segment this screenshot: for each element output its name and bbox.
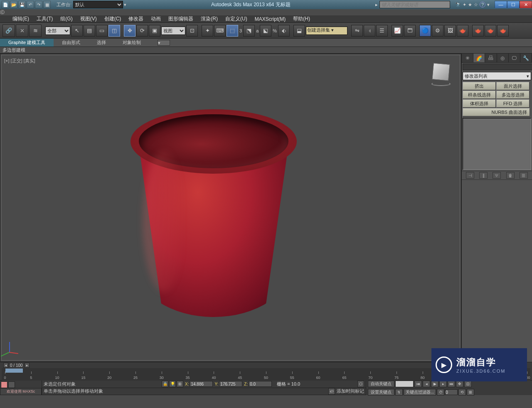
close-button[interactable]: ✕: [520, 1, 532, 8]
mod-volume-button[interactable]: 体积选择: [463, 99, 496, 108]
menu-animation[interactable]: 动画: [151, 15, 161, 22]
key-filter-button[interactable]: 关键点过滤器...: [404, 389, 436, 396]
ribbon-expand-icon[interactable]: ▾: [158, 40, 170, 46]
goto-start-icon[interactable]: ⏮: [414, 381, 422, 387]
mod-extrude-button[interactable]: 挤出: [463, 82, 496, 90]
viewcube-cube-icon[interactable]: [432, 63, 450, 81]
viewcube[interactable]: [431, 64, 451, 84]
key-mode-icon[interactable]: ↯: [395, 389, 403, 396]
snap-2d-icon[interactable]: ⬚: [227, 25, 238, 37]
play-icon[interactable]: ▶: [431, 381, 438, 387]
layers-icon[interactable]: ☰: [376, 25, 388, 37]
add-time-marker[interactable]: 添加时间标记: [337, 388, 364, 394]
set-key-button[interactable]: 设置关键点: [368, 389, 394, 396]
script-rec-icon[interactable]: [1, 381, 7, 388]
render-icon[interactable]: 🫖: [457, 25, 468, 37]
script-listener[interactable]: 欢迎使用 MAXSc: [0, 388, 42, 395]
menu-customize[interactable]: 自定义(U): [225, 15, 247, 22]
coord-x-input[interactable]: [190, 381, 213, 387]
time-slider[interactable]: [5, 368, 23, 373]
object-name-input[interactable]: [463, 64, 532, 70]
tab-display-icon[interactable]: 🖵: [509, 54, 520, 62]
render-setup-icon[interactable]: ⚙: [432, 25, 443, 37]
app-menu-icon[interactable]: Ⓒ: [0, 9, 532, 15]
community-icon[interactable]: ✦: [463, 2, 466, 7]
teapot1-icon[interactable]: 🫖: [472, 25, 484, 37]
bind-icon[interactable]: ≋: [29, 25, 42, 37]
tab-hierarchy-icon[interactable]: 品: [485, 54, 497, 62]
keyboard-icon[interactable]: ⌨: [214, 25, 226, 37]
menu-graph[interactable]: 图形编辑器: [168, 15, 193, 22]
ribbon-tab-graphite[interactable]: Graphite 建模工具: [0, 39, 54, 47]
mod-spline-button[interactable]: 样条线选择: [463, 91, 496, 99]
dropdown-icon[interactable]: ▾: [487, 2, 490, 7]
nav4-icon[interactable]: ⊞: [467, 389, 474, 396]
current-frame-input[interactable]: [445, 389, 458, 395]
time-config-icon[interactable]: ⏱: [437, 389, 444, 396]
redo-icon[interactable]: ↷: [35, 1, 42, 8]
window-crossing-icon[interactable]: ◫: [108, 25, 120, 37]
coord-y-input[interactable]: [219, 381, 242, 387]
binoculars-icon[interactable]: 🔭: [455, 2, 461, 7]
viewport-label[interactable]: [+] [正交] [真实]: [4, 58, 35, 64]
menu-view[interactable]: 视图(V): [80, 15, 97, 22]
prev-frame-icon[interactable]: ◂: [423, 381, 430, 387]
menu-create[interactable]: 创建(C): [104, 15, 121, 22]
new-icon[interactable]: 📄: [2, 1, 9, 8]
next-frame-icon[interactable]: ▸: [439, 381, 447, 387]
ref-coord-dropdown[interactable]: 视图: [161, 27, 185, 35]
snap-angle-icon[interactable]: ⬔: [243, 25, 255, 37]
schematic-icon[interactable]: 🗔: [404, 25, 416, 37]
make-unique-icon[interactable]: ⩔: [493, 172, 501, 179]
named-selection-set[interactable]: 创建选择集 ▾: [306, 27, 347, 35]
menu-help[interactable]: 帮助(H): [293, 15, 310, 22]
script-open-icon[interactable]: [8, 381, 15, 388]
mod-ffd-button[interactable]: FFD 选择: [496, 99, 530, 108]
modifier-stack[interactable]: [463, 118, 531, 170]
nav1-icon[interactable]: ✥: [456, 381, 463, 387]
minimize-button[interactable]: —: [495, 1, 507, 8]
iso-icon[interactable]: 💡: [169, 381, 176, 387]
menu-maxscript[interactable]: MAXScript(M): [255, 16, 286, 22]
modifier-list-dropdown[interactable]: 修改器列表▾: [463, 72, 531, 80]
menu-modifiers[interactable]: 修改器: [128, 15, 143, 22]
time-key-icon[interactable]: ⬡: [357, 381, 364, 387]
snap-percent-icon[interactable]: ⬕: [260, 25, 271, 37]
tab-modify-icon[interactable]: 🌈: [473, 54, 485, 62]
undo-icon[interactable]: ↶: [27, 1, 34, 8]
viewcube-ring-icon[interactable]: [431, 82, 451, 86]
mirror-icon[interactable]: ⇋: [351, 25, 363, 37]
goto-end-icon[interactable]: ⏭: [448, 381, 455, 387]
viewport[interactable]: [+] [正交] [真实]: [1, 55, 460, 361]
project-icon[interactable]: ▦: [43, 1, 51, 8]
lock-icon[interactable]: 🔒: [162, 381, 168, 387]
mod-patch-button[interactable]: 面片选择: [496, 82, 530, 90]
ribbon-tab-select[interactable]: 选择: [89, 39, 114, 47]
ribbon-tab-paint[interactable]: 对象绘制: [114, 39, 149, 47]
remove-mod-icon[interactable]: 🗑: [506, 172, 515, 179]
abs-icon[interactable]: ⊞: [177, 381, 183, 387]
material-editor-icon[interactable]: 🔵: [419, 25, 431, 37]
teapot2-icon[interactable]: 🫖: [485, 25, 496, 37]
configure-icon[interactable]: ☰: [520, 172, 528, 179]
show-end-icon[interactable]: ‖: [479, 172, 488, 179]
unlink-icon[interactable]: ⤫: [16, 25, 28, 37]
render-frame-icon[interactable]: 🖼: [444, 25, 456, 37]
move-icon[interactable]: ✥: [124, 25, 135, 37]
menu-edit[interactable]: 编辑(E): [12, 15, 29, 22]
key-set-dropdown[interactable]: 选定对: [395, 381, 414, 387]
maximize-button[interactable]: ☐: [507, 1, 520, 8]
auto-key-button[interactable]: 自动关键点: [368, 381, 394, 387]
mod-poly-button[interactable]: 多边形选择: [496, 91, 530, 99]
edit-named-icon[interactable]: ⬓: [293, 25, 305, 37]
time-tag-icon[interactable]: 🏷: [328, 388, 335, 395]
star-icon[interactable]: ★: [468, 2, 472, 7]
search-input[interactable]: [379, 1, 450, 8]
ribbon-tab-freeform[interactable]: 自由形式: [54, 39, 89, 47]
teapot3-icon[interactable]: 🫖: [497, 25, 509, 37]
select-name-icon[interactable]: ▤: [84, 25, 95, 37]
cup-object[interactable]: [131, 109, 297, 317]
frame-prev-icon[interactable]: ◂: [3, 363, 8, 368]
menu-render[interactable]: 渲染(R): [201, 15, 218, 22]
menu-tools[interactable]: 工具(T): [37, 15, 53, 22]
